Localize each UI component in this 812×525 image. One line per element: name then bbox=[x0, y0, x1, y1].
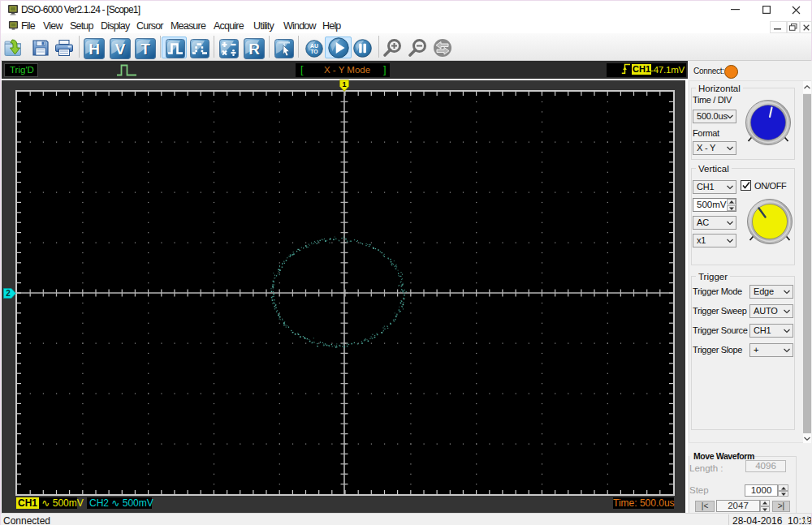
svg-text:V: V bbox=[115, 41, 126, 58]
svg-text:R: R bbox=[248, 41, 260, 58]
svg-text:AU: AU bbox=[310, 43, 318, 49]
svg-text:2: 2 bbox=[6, 289, 11, 298]
svg-text:1: 1 bbox=[342, 80, 346, 88]
svg-text:TO: TO bbox=[310, 49, 318, 54]
svg-text:T: T bbox=[140, 41, 150, 58]
svg-text:H: H bbox=[89, 41, 100, 58]
